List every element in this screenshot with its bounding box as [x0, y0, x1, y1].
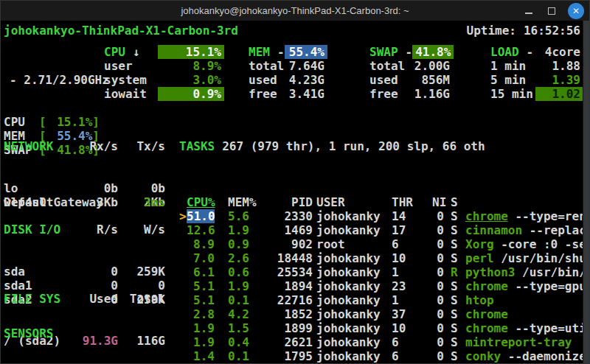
- load-header: LOAD-4core: [490, 45, 583, 59]
- load-row-value: 1.88: [552, 59, 580, 73]
- process-row[interactable]: 1.90.42621johokanky60Smintreport-tray: [179, 335, 589, 349]
- cpu-cell: 8.9: [187, 237, 215, 251]
- cpu-cell: 51.0: [187, 209, 215, 223]
- ni-cell: 0: [432, 349, 444, 363]
- process-row[interactable]: 8.90.9902root60SXorg -core :0 -sea: [179, 237, 589, 251]
- cpu-row-label: iowait: [104, 87, 158, 101]
- swap-headline: 41.8%: [412, 45, 454, 59]
- state-cell: S: [451, 251, 461, 265]
- sensors-title: SENSORS: [4, 326, 165, 340]
- user-cell: johokanky: [316, 335, 388, 349]
- command-name: python3: [465, 265, 515, 279]
- cpu-cell: 5.1: [187, 279, 215, 293]
- cpu-cell: 7.0: [187, 251, 215, 265]
- process-table-header: CPU%MEM%PIDUSERTHRNIS: [179, 195, 589, 209]
- user-cell: johokanky: [316, 209, 388, 223]
- maximize-button[interactable]: [545, 4, 558, 18]
- maximize-icon: [548, 7, 555, 15]
- load-title: LOAD: [490, 45, 519, 59]
- command-cell: python3 /usr/bin/g: [465, 265, 589, 279]
- swap-row-value: 856M: [421, 73, 450, 87]
- load-row-value: 1.39: [552, 73, 580, 87]
- mem-headline: 55.4%: [285, 45, 327, 59]
- stat-row: iowait0.9%: [104, 87, 224, 101]
- process-row[interactable]: 5.11.91894johokanky230Schrome --type=gpu…: [179, 279, 589, 293]
- close-button[interactable]: ✕: [568, 3, 584, 19]
- command-args: /usr/bin/g: [515, 265, 589, 279]
- process-row[interactable]: 2.84.21852johokanky370Schrome: [179, 307, 589, 321]
- process-row[interactable]: 6.10.625534johokanky10Rpython3 /usr/bin/…: [179, 265, 589, 279]
- titlebar[interactable]: johokankyo@johokankyo-ThinkPad-X1-Carbon…: [1, 1, 589, 21]
- user-cell: johokanky: [316, 349, 388, 363]
- swap-header: SWAP-41.8%: [369, 45, 453, 59]
- minimize-button[interactable]: [522, 4, 535, 18]
- mem-cell: 0.6: [228, 265, 257, 279]
- stat-row: free1.16G: [369, 87, 453, 101]
- selection-marker: [179, 251, 187, 265]
- thr-cell: 14: [392, 209, 414, 223]
- command-cell: mintreport-tray: [465, 335, 589, 349]
- mem-row-label: total: [249, 59, 289, 73]
- ni-cell: 0: [432, 279, 444, 293]
- ni-cell: 0: [432, 223, 444, 237]
- state-cell: S: [451, 279, 461, 293]
- window-controls: ✕: [522, 3, 589, 19]
- pid-cell: 902: [257, 237, 313, 251]
- process-row[interactable]: 5.10.122716johokanky10Shtop: [179, 293, 589, 307]
- col-user[interactable]: USER: [316, 195, 388, 209]
- cpu-row-value: 8.9%: [192, 59, 221, 73]
- cpu-cell: 1.9: [187, 321, 215, 335]
- state-cell: S: [451, 237, 461, 251]
- mem-cell: 0.4: [228, 335, 257, 349]
- stat-row: 5 min1.39: [490, 73, 583, 87]
- tasks-title: TASKS: [179, 139, 215, 153]
- user-cell: johokanky: [316, 251, 388, 265]
- mem-cell: 5.6: [228, 209, 257, 223]
- col-state[interactable]: S: [451, 195, 461, 209]
- network-col-tx: Tx/s: [118, 139, 165, 153]
- swap-section: SWAP-41.8%total2.00Gused856Mfree1.16G: [369, 45, 453, 101]
- pid-cell: 1894: [257, 279, 313, 293]
- col-mem[interactable]: MEM%: [228, 195, 257, 209]
- cpu-cell: 1.9: [187, 335, 215, 349]
- col-ni[interactable]: NI: [432, 195, 444, 209]
- pid-cell: 1795: [257, 349, 313, 363]
- user-cell: johokanky: [316, 279, 388, 293]
- stat-row: user8.9%: [104, 59, 224, 73]
- stat-row: system3.0%: [104, 73, 224, 87]
- command-cell: chrome: [465, 307, 589, 321]
- disk-col-read: R/s: [74, 223, 118, 237]
- process-row[interactable]: >51.05.62330johokanky140Schrome --type=r…: [179, 209, 589, 223]
- process-row[interactable]: 1.91.51899johokanky100Schrome --type=uti…: [179, 321, 589, 335]
- col-thr[interactable]: THR: [392, 195, 414, 209]
- command-args: --type=gpu-: [508, 279, 589, 293]
- process-row[interactable]: 7.02.618448johokanky100Sperl /usr/bin/sh…: [179, 251, 589, 265]
- command-args: --daemonize: [501, 349, 586, 363]
- tasks-header-line: TASKS 267 (979 thr), 1 run, 200 slp, 66 …: [179, 139, 589, 153]
- cpu-title: CPU: [104, 45, 125, 59]
- pid-cell: 22716: [257, 293, 313, 307]
- cpu-row-label: system: [104, 73, 192, 87]
- swap-row-label: free: [369, 87, 414, 101]
- ni-cell: 0: [432, 293, 444, 307]
- command-name: conky: [465, 349, 501, 363]
- process-row[interactable]: 1.40.11795johokanky60Sconky --daemonize: [179, 349, 589, 363]
- terminal-scrollbar[interactable]: [583, 21, 589, 363]
- col-pid[interactable]: PID: [257, 195, 313, 209]
- col-cpu[interactable]: CPU%: [187, 195, 215, 209]
- selection-marker: >: [179, 209, 187, 223]
- process-row[interactable]: 12.61.91469johokanky170Scinnamon --repla…: [179, 223, 589, 237]
- selection-marker: [179, 321, 187, 335]
- mem-row-value: 3.41G: [289, 87, 324, 101]
- ni-cell: 0: [432, 209, 444, 223]
- mem-cell: 1.9: [228, 279, 257, 293]
- terminal[interactable]: johokankyo-ThinkPad-X1-Carbon-3rd Uptime…: [1, 21, 589, 363]
- user-cell: johokanky: [316, 321, 388, 335]
- thr-cell: 37: [392, 307, 414, 321]
- thr-cell: 10: [392, 321, 414, 335]
- command-name: chrome: [465, 321, 508, 335]
- selection-marker: [179, 265, 187, 279]
- pid-cell: 1899: [257, 321, 313, 335]
- mem-row-label: free: [249, 87, 289, 101]
- sensors-section: SENSORS acpitz 043CCPU43CGPU0C 2026-03-0…: [4, 298, 165, 364]
